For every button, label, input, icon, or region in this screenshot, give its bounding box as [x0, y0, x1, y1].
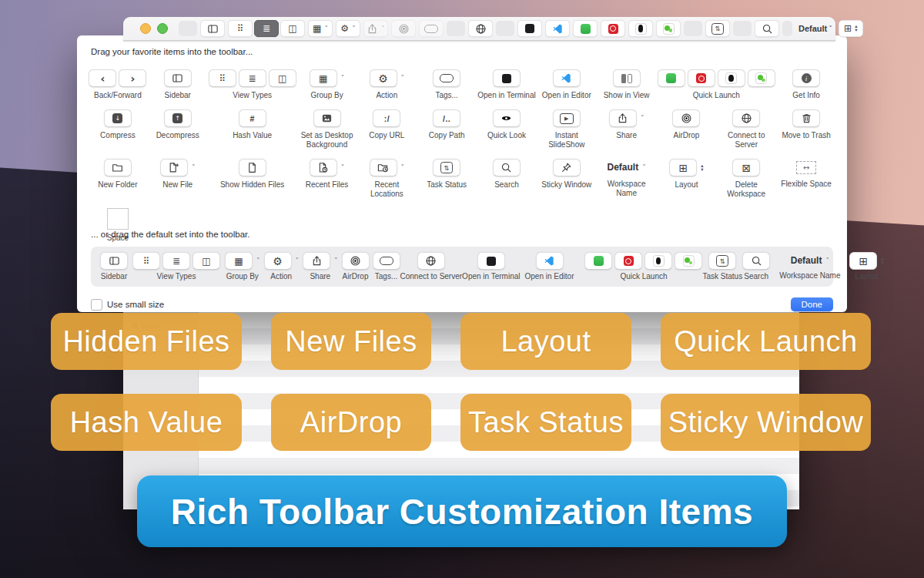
- quick-look-button[interactable]: [493, 109, 521, 127]
- get-info-button[interactable]: i: [792, 69, 820, 87]
- view-types-button[interactable]: ⠿: [132, 252, 160, 270]
- tags-button[interactable]: [373, 252, 400, 270]
- palette-item-recent-files[interactable]: ˅Recent Files: [297, 153, 357, 200]
- toolbar-open-in-editor-button[interactable]: [545, 20, 570, 37]
- connect-to-server-button[interactable]: [732, 109, 760, 127]
- palette-item-copy-url[interactable]: :/Copy URL: [357, 103, 417, 151]
- palette-item-move-to-trash[interactable]: Move to Trash: [776, 103, 836, 151]
- hash-value-button[interactable]: #: [239, 109, 266, 127]
- palette-item-sidebar[interactable]: Sidebar: [148, 63, 208, 102]
- quick-launch-button[interactable]: [584, 252, 612, 270]
- toolbar-tags-button[interactable]: [419, 20, 444, 37]
- toolbar-columns-view-button[interactable]: ◫: [280, 20, 305, 37]
- minimize-button[interactable]: [140, 23, 151, 34]
- palette-item-layout[interactable]: ⊞▴▾Layout: [657, 153, 717, 200]
- toolbar-list-view-button[interactable]: ≣: [254, 20, 279, 37]
- delete-workspace-button[interactable]: ⊠: [732, 159, 760, 176]
- tags-button[interactable]: [433, 69, 460, 87]
- default-set-item-group-by[interactable]: ▦˅Group By: [225, 252, 260, 281]
- use-small-size-checkbox[interactable]: Use small size: [91, 299, 164, 311]
- show-in-view-button[interactable]: [613, 69, 641, 87]
- toolbar-quick-launch-app-3-button[interactable]: [628, 20, 653, 37]
- task-status-button[interactable]: ⇅: [708, 252, 736, 270]
- toolbar-workspace-name[interactable]: Default˅: [795, 24, 835, 33]
- default-set-item-share[interactable]: ˅Share: [303, 252, 338, 281]
- palette-item-recent-locations[interactable]: ˅Recent Locations: [357, 153, 417, 200]
- palette-item-sticky-window[interactable]: Sticky Window: [537, 153, 597, 200]
- search-button[interactable]: [493, 159, 521, 176]
- palette-item-flexible-space[interactable]: ↔Flexible Space: [776, 153, 836, 200]
- compress-button[interactable]: ↓: [104, 109, 132, 127]
- checkbox-box[interactable]: [91, 299, 102, 311]
- default-set-item-quick-launch[interactable]: Quick Launch: [584, 252, 702, 281]
- quick-launch-button[interactable]: [688, 69, 715, 87]
- palette-item-get-info[interactable]: iGet Info: [776, 63, 836, 102]
- open-in-editor-button[interactable]: [553, 69, 581, 87]
- palette-item-show-in-view[interactable]: Show in View: [597, 63, 657, 102]
- palette-item-quick-launch[interactable]: Quick Launch: [657, 63, 777, 102]
- default-set-item-tags[interactable]: Tags...: [373, 252, 400, 281]
- quick-launch-button[interactable]: [644, 252, 672, 270]
- default-set-item-workspace-name[interactable]: Default˅Workspace Name: [779, 252, 840, 281]
- action-button[interactable]: ⚙: [264, 252, 292, 270]
- toolbar-action-button[interactable]: ⚙˅: [336, 20, 360, 37]
- palette-item-open-in-editor[interactable]: Open in Editor: [537, 63, 597, 102]
- palette-item-group-by[interactable]: ▦˅Group By: [297, 63, 357, 102]
- instant-slideshow-button[interactable]: ▶: [553, 109, 581, 127]
- toolbar-open-in-terminal-button[interactable]: [517, 20, 542, 37]
- palette-item-decompress[interactable]: ↑Decompress: [148, 103, 208, 151]
- default-set-item-connect-to-server[interactable]: Connect to Server: [400, 252, 463, 281]
- default-set-item-open-in-editor[interactable]: Open in Editor: [525, 252, 574, 281]
- palette-item-action[interactable]: ⚙˅Action: [357, 63, 417, 102]
- share-button[interactable]: [609, 109, 637, 127]
- decompress-button[interactable]: ↑: [164, 109, 192, 127]
- layout-button[interactable]: ⊞: [849, 252, 877, 270]
- connect-to-server-button[interactable]: [417, 252, 445, 270]
- view-types-button[interactable]: ≣: [162, 252, 190, 270]
- palette-item-tags[interactable]: Tags...: [417, 63, 477, 102]
- group-by-button[interactable]: ▦: [310, 69, 337, 87]
- zoom-button[interactable]: [157, 23, 168, 34]
- toolbar-connect-to-server-button[interactable]: [468, 20, 493, 37]
- quick-launch-button[interactable]: [675, 252, 702, 270]
- default-set-item-search[interactable]: Search: [742, 252, 770, 281]
- toolbar-share-button[interactable]: ˅: [363, 20, 388, 37]
- palette-item-new-folder[interactable]: New Folder: [88, 153, 148, 200]
- palette-item-copy-path[interactable]: /..Copy Path: [417, 103, 477, 151]
- open-in-terminal-button[interactable]: [493, 69, 521, 87]
- new-file-button[interactable]: [160, 159, 188, 176]
- action-button[interactable]: ⚙: [370, 69, 397, 87]
- new-folder-button[interactable]: [104, 159, 132, 176]
- sticky-window-button[interactable]: [553, 159, 581, 176]
- default-set-item-sidebar[interactable]: Sidebar: [100, 252, 128, 281]
- palette-item-delete-workspace[interactable]: ⊠Delete Workspace: [716, 153, 776, 200]
- share-button[interactable]: [303, 252, 330, 270]
- toolbar-task-status-button[interactable]: ⇅: [705, 20, 730, 37]
- copy-url-button[interactable]: :/: [373, 109, 400, 127]
- palette-item-show-hidden-files[interactable]: Show Hidden Files: [208, 153, 297, 200]
- open-in-terminal-button[interactable]: [477, 252, 505, 270]
- palette-item-view-types[interactable]: ⠿≣◫View Types: [208, 63, 297, 102]
- show-hidden-files-button[interactable]: [239, 159, 266, 176]
- quick-launch-button[interactable]: [658, 69, 685, 87]
- default-set-item-layout[interactable]: ⊞▴▾Layout: [849, 252, 883, 281]
- palette-item-share[interactable]: ˅Share: [597, 103, 657, 151]
- recent-locations-button[interactable]: [370, 159, 397, 176]
- palette-item-instant-slideshow[interactable]: ▶Instant SlideShow: [537, 103, 597, 151]
- toolbar-airdrop-button[interactable]: [391, 20, 416, 37]
- palette-item-back-forward[interactable]: ‹›Back/Forward: [88, 63, 148, 102]
- palette-item-quick-look[interactable]: Quick Look: [477, 103, 537, 151]
- quick-launch-button[interactable]: [718, 69, 745, 87]
- default-set-item-task-status[interactable]: ⇅Task Status: [702, 252, 742, 281]
- set-as-desktop-background-button[interactable]: [313, 109, 341, 127]
- airdrop-button[interactable]: [342, 252, 370, 270]
- quick-launch-button[interactable]: [614, 252, 642, 270]
- view-types-button[interactable]: ≣: [239, 69, 266, 87]
- quick-launch-button[interactable]: [748, 69, 775, 87]
- view-types-button[interactable]: ⠿: [209, 69, 236, 87]
- palette-item-airdrop[interactable]: AirDrop: [657, 103, 717, 151]
- toolbar-layout-button[interactable]: ⊞▴▾: [839, 20, 863, 37]
- toolbar-quick-launch-app-4-button[interactable]: [656, 20, 681, 37]
- palette-item-workspace-name[interactable]: Default˅Workspace Name: [597, 153, 657, 200]
- copy-path-button[interactable]: /..: [433, 109, 460, 127]
